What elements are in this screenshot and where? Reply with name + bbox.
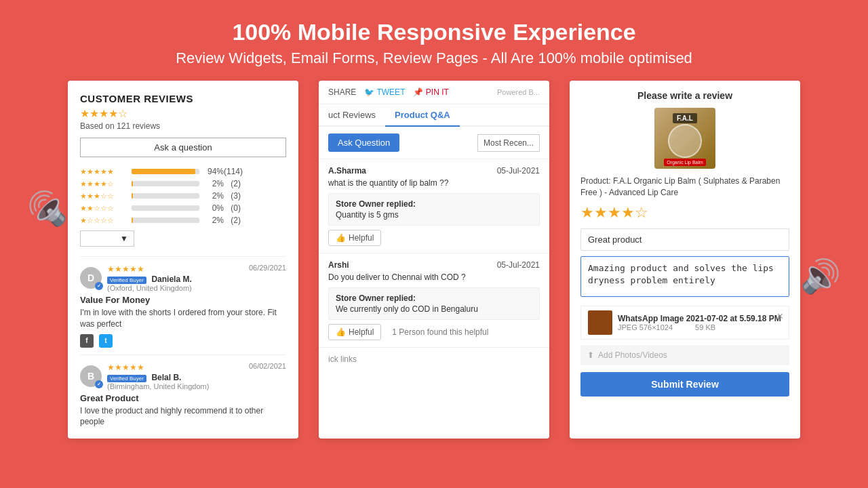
avatar: B ✓ xyxy=(80,365,102,387)
tab-product-reviews[interactable]: uct Reviews xyxy=(319,104,385,125)
rating-row-3: ★★★☆☆ 2% (3) xyxy=(80,191,286,201)
product-name: Product: F.A.L Organic Lip Balm ( Sulpha… xyxy=(580,176,789,199)
facebook-icon[interactable]: f xyxy=(80,334,94,348)
wave-left-icon: 🔊 xyxy=(27,190,68,228)
twitter-icon[interactable]: t xyxy=(99,334,113,348)
page-header: 100% Mobile Responsive Experience Review… xyxy=(0,0,868,81)
verified-badge: ✓ xyxy=(95,380,103,388)
write-review-title: Please write a review xyxy=(580,90,789,101)
close-image-icon[interactable]: × xyxy=(777,310,783,323)
ask-question-button[interactable]: Ask a question xyxy=(80,138,286,157)
qa-card: SHARE 🐦 TWEET 📌 PIN IT Powered B... uct … xyxy=(319,81,549,439)
rating-row-2: ★★☆☆☆ 0% (0) xyxy=(80,203,286,213)
quick-links: ick links xyxy=(319,347,549,371)
cards-container: CUSTOMER REVIEWS ★★★★☆ Based on 121 revi… xyxy=(0,81,868,439)
add-photos-button[interactable]: ⬆ Add Photos/Videos xyxy=(580,345,789,365)
reviews-title: CUSTOMER REVIEWS xyxy=(80,93,286,104)
ask-question-button[interactable]: Ask Question xyxy=(328,134,399,152)
rating-row-5: ★★★★★ 94% (114) xyxy=(80,167,286,176)
qa-item: A.Sharma 05-Jul-2021 what is the quantit… xyxy=(319,159,549,253)
image-meta: JPEG 576×1024 59 KB xyxy=(618,323,782,331)
tab-product-qa[interactable]: Product Q&A xyxy=(385,104,460,127)
reviews-stars: ★★★★☆ xyxy=(80,107,286,120)
star-rating[interactable]: ★★★★☆ xyxy=(580,204,789,222)
product-image: F.A.L Organic Lip Balm xyxy=(654,108,715,169)
helpful-icon: 👍 xyxy=(336,233,346,243)
qa-item: Arshi 05-Jul-2021 Do you deliver to Chen… xyxy=(319,253,549,347)
customer-reviews-card: CUSTOMER REVIEWS ★★★★☆ Based on 121 revi… xyxy=(68,81,298,439)
sort-dropdown[interactable]: ▼ xyxy=(80,230,134,247)
wave-right-icon: 🔊 xyxy=(800,258,841,296)
rating-bars: ★★★★★ 94% (114) ★★★★☆ 2% (2) ★★★☆☆ 2% (3… xyxy=(80,167,286,225)
review-body-textarea[interactable]: Amazing product and solves the lips dryn… xyxy=(580,256,789,297)
avatar: D ✓ xyxy=(80,267,102,289)
reviews-count: Based on 121 reviews xyxy=(80,121,286,131)
image-name: WhatsApp Image 2021-07-02 at 5.59.18 PM xyxy=(618,314,782,323)
page-subtitle: Review Widgets, Email Forms, Review Page… xyxy=(14,49,854,67)
helpful-button[interactable]: 👍 Helpful xyxy=(328,230,381,246)
page-title: 100% Mobile Responsive Experience xyxy=(14,19,854,45)
image-preview: WhatsApp Image 2021-07-02 at 5.59.18 PM … xyxy=(580,306,789,340)
share-link[interactable]: SHARE xyxy=(328,87,356,97)
tabs: uct Reviews Product Q&A xyxy=(319,104,549,127)
rating-row-1: ★☆☆☆☆ 2% (2) xyxy=(80,216,286,225)
helpful-button[interactable]: 👍 Helpful xyxy=(328,324,381,340)
helpful-icon: 👍 xyxy=(336,327,346,337)
review-title-input[interactable] xyxy=(580,228,789,251)
tweet-link[interactable]: 🐦 TWEET xyxy=(364,87,405,97)
write-review-card: Please write a review F.A.L Organic Lip … xyxy=(570,81,800,439)
sort-select[interactable]: Most Recen... xyxy=(477,134,540,152)
powered-by: Powered B... xyxy=(497,88,540,96)
pin-link[interactable]: 📌 PIN IT xyxy=(413,87,448,97)
review-item: B ✓ ★★★★★ 06/02/2021 Verified Buyer Bel xyxy=(80,354,286,439)
upload-icon: ⬆ xyxy=(587,350,594,360)
review-item: D ✓ ★★★★★ 06/29/2021 Verified Buyer Dan xyxy=(80,256,286,354)
image-thumbnail xyxy=(588,310,612,335)
submit-review-button[interactable]: Submit Review xyxy=(580,372,789,396)
rating-row-4: ★★★★☆ 2% (2) xyxy=(80,179,286,188)
verified-badge: ✓ xyxy=(95,282,103,290)
